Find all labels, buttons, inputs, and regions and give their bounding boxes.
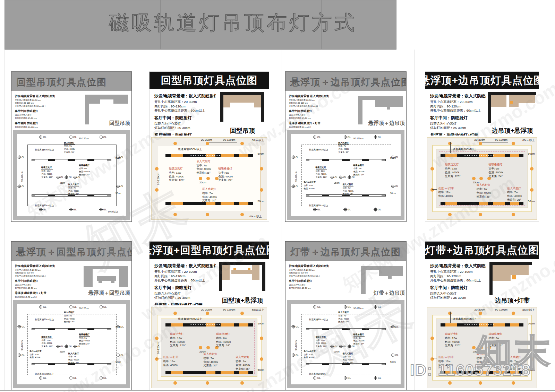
lamp-spec-name: 嵌入式射灯 xyxy=(507,356,522,359)
gl-marker: GL xyxy=(292,354,299,357)
gl-label: GL xyxy=(352,176,355,179)
gl-label: GL xyxy=(317,376,321,380)
dimension-label: 50cm xyxy=(390,192,396,194)
lamp-spec-line: 色温: 4000k xyxy=(316,342,327,345)
lamp-spec-name: 低压cob灯带 xyxy=(304,350,316,353)
lamp-spec-fanguang: 磁吸泛光灯功率: 12w色温: 4000k光束角: 120° xyxy=(316,336,327,348)
track-bar xyxy=(441,323,523,326)
lamp-spec-line: 功率: 12w xyxy=(445,167,460,171)
lamp-spec-line: 光束角: 120° xyxy=(445,344,460,348)
panel-body: 沙发/电视背景墙：嵌入式防眩射灯开孔中心离墙距离：20-30cm两灯间距：90-… xyxy=(425,89,539,136)
dim-line xyxy=(176,142,176,153)
lamp-spec-name: 磁吸泛光灯 xyxy=(41,336,53,339)
shape-rect xyxy=(233,268,236,270)
downlight-dot xyxy=(206,213,209,216)
plan-diagram: GLGLGLGLGLGLGLGLGLGLGLGLGL90-120cm50cm50… xyxy=(11,129,131,221)
dimension-label: 25cm xyxy=(60,182,65,184)
ceiling-shape xyxy=(216,92,268,120)
lamp-spec-name: 磁吸格栅灯 xyxy=(79,164,90,167)
lamp-spec-line: 功率: 7w xyxy=(338,145,349,148)
info-line: 开孔中心离侧边墙距离：60cm以上 xyxy=(430,278,485,283)
track-bar xyxy=(441,154,523,157)
lamp-spec-geshan: 磁吸格栅灯功率: 6w色温: 4000k光束角: 24° xyxy=(353,333,365,346)
dimension-label: 50cm xyxy=(390,326,396,329)
info-line: 灯与灯的间距：25-30cm xyxy=(430,126,485,130)
lamp-spec-line: 色温: 4000k xyxy=(41,173,53,176)
ceiling-shape-diagram: 回型吊顶 xyxy=(216,89,269,136)
banner-divider xyxy=(321,0,322,49)
track-bar xyxy=(32,159,111,161)
lamp-spec-line: 光束角: 24° xyxy=(353,173,365,176)
shape-rect xyxy=(358,96,362,124)
lamp-spec-line: 功率: 12w xyxy=(163,360,179,364)
lamp-spec-line: 功率: 7w xyxy=(507,191,522,194)
info-line: 灯与灯的间距：25-30cm xyxy=(154,126,215,130)
downlight-dot xyxy=(206,312,209,315)
panel-title: 悬浮顶+回型吊顶灯具点位图 xyxy=(150,243,269,258)
shape-rect xyxy=(510,101,513,104)
track-magnet-dots xyxy=(464,155,494,156)
lamp-spec-line: 色温: 4000k xyxy=(343,358,354,361)
info-line: 两灯间距:90-120 cm xyxy=(15,271,77,274)
lamp-spec-line: 色温: 4000k xyxy=(68,358,79,361)
lamp-spec-line: 色温: 4000k xyxy=(64,148,75,151)
gl-label: GL xyxy=(22,185,25,188)
plan-frame: GLGLGLGLGLGLGLGLGLGLGLGLGL90-120cm50cm50… xyxy=(13,300,130,388)
column-divider xyxy=(147,50,147,390)
dimension-label: 60cm以上 xyxy=(249,215,262,218)
gl-label: GL xyxy=(120,354,124,357)
shape-rect xyxy=(111,281,114,283)
track-wall-note: 轨道离墙80cm以上 xyxy=(309,373,328,376)
info-line: 两灯间距：90-120cm xyxy=(430,104,485,109)
downlight-dot xyxy=(479,346,483,349)
lamp-spec-qianru: 嵌入式射灯功率: 7w色温: 4000k光束角: 36° xyxy=(477,183,491,199)
ceiling-shape-label: 边吊顶+灯带 xyxy=(495,296,530,305)
gl-marker: GL xyxy=(100,136,107,139)
lamp-spec-name: 嵌入式射灯 xyxy=(68,183,79,186)
lamp-spec-name: 磁吸泛光灯 xyxy=(169,167,185,171)
ceiling-shape xyxy=(79,94,131,116)
gl-marker: GL xyxy=(339,345,347,348)
dimension-label: 60cm以上 xyxy=(522,138,535,142)
lamp-spec-geshan: 磁吸格栅灯功率: 6w色温: 4000k光束角: 24° xyxy=(79,164,90,176)
downlight-dot xyxy=(512,213,515,216)
gl-label: GL xyxy=(73,376,77,380)
info-line: 开孔中心离侧边墙距离：60cm以上 xyxy=(430,108,485,113)
gl-label: GL xyxy=(103,305,107,308)
panel-info: 沙发/电视背景墙：嵌入式防眩射灯开孔中心离墙距离：20-30cm两灯间距：90-… xyxy=(425,259,486,305)
info-line: 灯与灯的间距：25-30cm xyxy=(154,296,215,300)
info-line: 轨道离墙距离:90 cm以上 xyxy=(289,126,351,129)
gl-marker: GL xyxy=(117,185,124,188)
shape-rect xyxy=(248,268,250,270)
track-wall-note: 轨道离墙70cm以上 xyxy=(35,318,54,321)
info-line: 开孔中心离侧边墙距离：60cm以上 xyxy=(154,108,215,113)
gl-label: GL xyxy=(60,176,64,179)
shape-rect xyxy=(358,96,403,100)
info-line: 两灯间距:90-120 cm xyxy=(289,102,351,104)
lamp-spec-qianru: 嵌入式射灯功率: 7w色温: 4000k光束角: 36° xyxy=(343,183,354,195)
gl-crosshair-icon xyxy=(65,345,68,348)
shape-rect xyxy=(509,103,519,107)
gl-label: GL xyxy=(43,376,46,380)
panel-body: 沙发/电视背景墙：嵌入式防眩射灯开孔中心离墙距离：20-30cm两灯间距：90-… xyxy=(425,259,539,305)
downlight-dot xyxy=(448,213,452,216)
dimension-label: 25cm xyxy=(199,181,206,184)
lamp-spec-line: 光束角: 36° xyxy=(64,320,75,323)
dimension-label: 50cm xyxy=(390,361,396,363)
lamp-spec-cob: 低压cob灯带功率: 12w色温: 4000k xyxy=(304,350,316,359)
lamp-spec-line: 光束角: 36° xyxy=(236,367,250,371)
lamp-spec-name: 低压cob灯带 xyxy=(438,187,454,191)
downlight-dot xyxy=(448,381,452,385)
lamp-spec-line: 功率: 7w xyxy=(343,186,354,190)
lamp-spec-name: 磁吸泛光灯 xyxy=(316,166,327,169)
gl-label: GL xyxy=(103,208,107,211)
downlight-dot xyxy=(512,142,515,145)
gl-label: GL xyxy=(395,185,399,188)
shape-rect xyxy=(488,92,536,95)
lamp-spec-name: 磁吸泛光灯 xyxy=(316,336,327,339)
lamp-spec-line: 光束角: 36° xyxy=(68,192,79,195)
panel-header: 悬浮顶+回型吊顶灯具点位图 xyxy=(150,242,269,259)
dim-line xyxy=(219,312,237,312)
lamp-spec-line: 色温: 4000k xyxy=(202,195,217,199)
panel-header: 灯带+边吊顶灯具点位图 xyxy=(425,242,539,259)
